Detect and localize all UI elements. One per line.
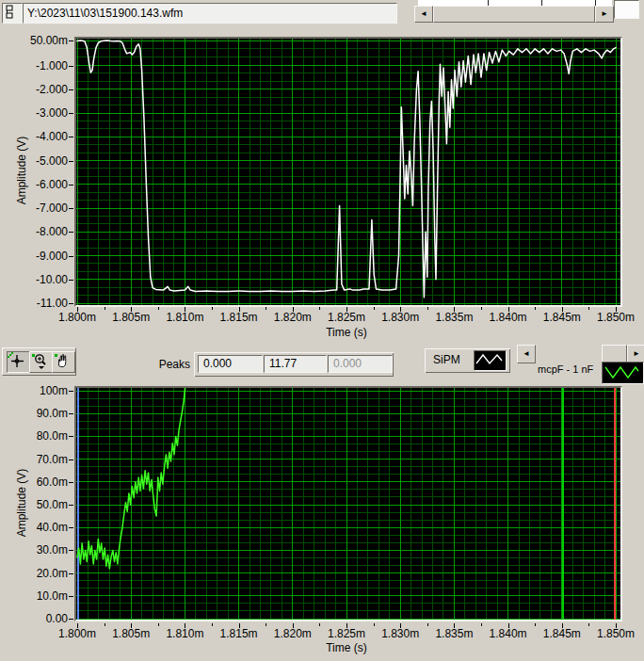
scroll-left-button[interactable]: ◄ [414, 6, 433, 23]
arrow-left-icon: ◄ [420, 9, 427, 18]
x-tick-label: 1.845m [539, 627, 585, 640]
pan-tool-button[interactable] [52, 351, 75, 373]
y-tick-label: -1.000 [13, 59, 68, 73]
x-tick-label: 1.820m [270, 311, 315, 324]
top-scrollbar[interactable]: ◄ ► [414, 6, 612, 23]
y-tick-mark [69, 161, 73, 162]
y-tick-mark [69, 208, 73, 209]
zoom-tool-button[interactable] [29, 351, 53, 373]
legend-sipm-label: SiPM [433, 353, 460, 366]
x-tick-label: 1.815m [217, 627, 262, 640]
x-tick-label: 1.825m [324, 311, 369, 324]
x-tick-label: 1.830m [378, 627, 423, 640]
y-tick-label: 80.0m [13, 429, 68, 443]
y-tick-label: 10.0m [13, 589, 68, 603]
x-tick-label: 1.845m [539, 311, 585, 324]
legend-mcp-label: mcpF - 1 nF [538, 363, 598, 375]
x-minor-tick-mark [481, 623, 482, 626]
x-minor-tick-mark [374, 623, 375, 626]
file-path-value: Y:\2023\11\03\151900.143.wfm [27, 7, 183, 20]
x-tick-label: 1.820m [270, 627, 315, 640]
waveform-graph-top[interactable] [74, 37, 622, 307]
x-tick-label: 1.825m [324, 627, 369, 640]
arrow-right-icon: ► [601, 9, 608, 18]
y-tick-mark [69, 391, 73, 392]
y-tick-mark [69, 482, 73, 483]
y-tick-mark [69, 436, 73, 437]
sipm-wave-icon [474, 350, 507, 371]
y-tick-label: -9.000 [13, 250, 68, 263]
y-tick-mark [69, 505, 73, 506]
x-tick-label: 1.835m [431, 627, 476, 640]
x-minor-tick-mark [319, 623, 320, 626]
y-tick-mark [69, 527, 73, 528]
x-minor-tick-mark [374, 307, 375, 310]
legend-scrollbar[interactable]: ◄ ► [517, 345, 644, 363]
y-tick-mark [69, 89, 73, 90]
x-tick-label: 1.840m [486, 311, 531, 324]
y-tick-label: -10.00 [13, 273, 68, 286]
cursor-tool-button[interactable] [7, 351, 30, 373]
arrow-right-icon: ► [633, 349, 640, 358]
x-minor-tick-mark [535, 623, 536, 626]
file-path-input[interactable]: Y:\2023\11\03\151900.143.wfm [23, 3, 397, 24]
x-tick-label: 1.835m [431, 311, 476, 324]
mcp-wave-icon [602, 362, 644, 384]
peak-field-3[interactable]: 0.000 [328, 355, 393, 373]
y-axis-title: Amplitude (V) [15, 114, 28, 227]
arrow-left-icon: ◄ [523, 349, 530, 358]
x-tick-label: 1.810m [162, 311, 207, 324]
trace-mcpf---1-nf [77, 388, 186, 569]
peak-field-1[interactable]: 0.000 [198, 355, 263, 373]
y-tick-mark [69, 40, 73, 41]
legend-sipm[interactable]: SiPM [425, 348, 510, 373]
y-tick-mark [69, 413, 73, 414]
x-minor-tick-mark [535, 307, 536, 310]
x-tick-label: 1.805m [108, 627, 153, 640]
y-tick-mark [69, 137, 73, 137]
y-tick-mark [69, 185, 73, 185]
y-tick-label: -2.000 [13, 83, 68, 96]
path-glyph [3, 4, 20, 21]
scroll-right-button[interactable]: ► [595, 6, 614, 23]
x-minor-tick-mark [588, 307, 589, 310]
peak-field-3-value: 0.000 [333, 357, 362, 370]
y-tick-mark [69, 459, 73, 460]
x-tick-label: 1.850m [593, 627, 638, 640]
path-browse-icon[interactable] [2, 3, 23, 24]
x-minor-tick-mark [319, 307, 320, 310]
y-tick-label: 50.00m [13, 34, 68, 47]
y-tick-mark [69, 303, 73, 304]
x-tick-label: 1.850m [593, 311, 638, 324]
peaks-fields-frame: 0.000 11.77 0.000 [194, 352, 394, 377]
y-tick-mark [69, 550, 73, 551]
x-tick-label: 1.800m [55, 311, 100, 324]
waveform-graph-bottom[interactable] [74, 386, 622, 621]
x-minor-tick-mark [427, 307, 428, 310]
peak-field-2[interactable]: 11.77 [264, 355, 327, 373]
y-tick-label: 90.0m [13, 407, 68, 420]
x-minor-tick-mark [481, 307, 482, 310]
x-minor-tick-mark [105, 307, 105, 310]
x-minor-tick-mark [158, 623, 159, 626]
partial-control [614, 0, 639, 19]
magnifier-icon [30, 352, 50, 370]
x-minor-tick-mark [266, 307, 266, 310]
legend-scroll-thumb[interactable] [602, 345, 627, 363]
x-tick-label: 1.840m [486, 627, 531, 640]
y-tick-label: -8.000 [13, 225, 68, 238]
y-tick-label: 0.00 [13, 612, 68, 625]
y-tick-mark [69, 573, 73, 574]
scroll-thumb[interactable] [433, 6, 595, 23]
legend-scroll-left-button[interactable]: ◄ [517, 345, 536, 363]
y-tick-mark [69, 256, 73, 257]
x-minor-tick-mark [427, 623, 428, 626]
y-tick-mark [69, 66, 73, 67]
y-tick-label: 20.0m [13, 567, 68, 580]
x-tick-label: 1.810m [162, 627, 207, 640]
x-minor-tick-mark [212, 623, 213, 626]
crosshair-icon [8, 352, 27, 370]
x-minor-tick-mark [105, 623, 105, 626]
labview-panel: Y:\2023\11\03\151900.143.wfm ◄ ► [0, 0, 644, 661]
legend-scroll-right-button[interactable]: ► [627, 345, 644, 363]
